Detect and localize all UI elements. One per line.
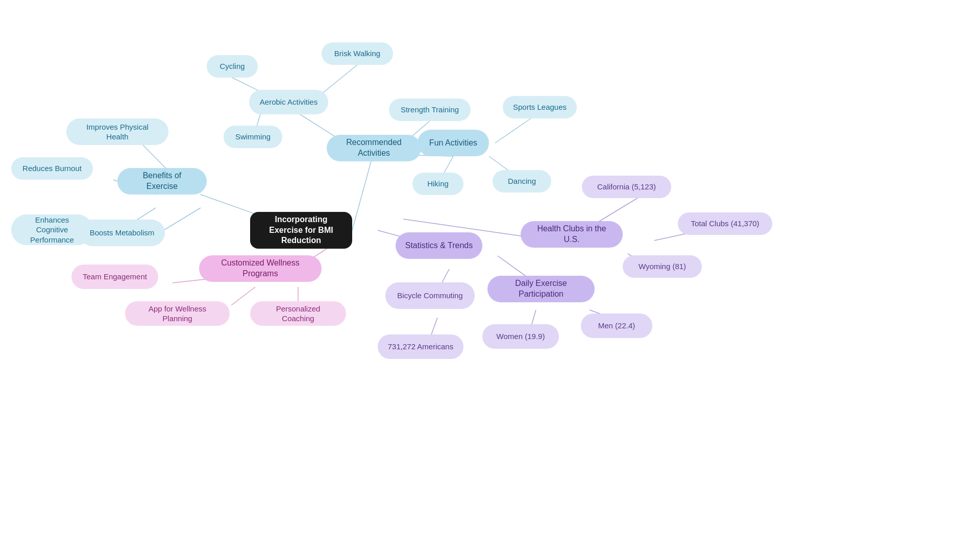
svg-line-11 [495,118,531,143]
label-fun-activities: Fun Activities [429,138,477,149]
node-health-clubs: Health Clubs in the U.S. [521,221,623,248]
node-women: Women (19.9) [482,324,559,349]
node-dancing: Dancing [493,170,551,193]
label-recommended-activities: Recommended Activities [336,137,412,159]
label-improves-physical: Improves Physical Health [76,122,159,142]
node-fun-activities: Fun Activities [418,130,489,156]
label-dancing: Dancing [508,176,536,186]
label-wyoming: Wyoming (81) [639,261,686,272]
node-wyoming: Wyoming (81) [623,255,702,278]
label-men: Men (22.4) [598,321,635,331]
label-app-wellness: App for Wellness Planning [134,304,220,324]
label-americans: 731,272 Americans [388,342,453,352]
node-statistics-trends: Statistics & Trends [396,232,482,259]
node-men: Men (22.4) [581,314,652,338]
node-brisk-walking: Brisk Walking [322,42,393,65]
node-boosts-metabolism: Boosts Metabolism [79,220,165,246]
label-women: Women (19.9) [497,331,545,342]
node-california: California (5,123) [582,176,671,198]
label-swimming: Swimming [235,132,271,142]
svg-line-0 [352,161,371,230]
label-brisk-walking: Brisk Walking [334,49,380,59]
label-california: California (5,123) [597,182,656,192]
label-total-clubs: Total Clubs (41,370) [691,219,759,229]
label-statistics-trends: Statistics & Trends [405,241,473,251]
node-swimming: Swimming [224,126,282,148]
node-sports-leagues: Sports Leagues [503,96,577,118]
mind-map: Incorporating Exercise for BMI Reduction… [0,0,980,553]
node-recommended-activities: Recommended Activities [327,135,421,161]
node-app-wellness: App for Wellness Planning [125,301,230,326]
label-benefits-of-exercise: Benefits of Exercise [127,171,198,192]
label-strength-training: Strength Training [401,105,459,115]
node-daily-exercise: Daily Exercise Participation [487,276,595,302]
node-customized-wellness: Customized Wellness Programs [199,255,322,282]
node-strength-training: Strength Training [389,99,471,121]
svg-line-17 [164,208,201,230]
node-total-clubs: Total Clubs (41,370) [678,212,772,235]
label-bicycle-commuting: Bicycle Commuting [397,291,462,301]
label-customized-wellness: Customized Wellness Programs [208,258,312,279]
label-boosts-metabolism: Boosts Metabolism [90,228,155,238]
node-aerobic-activities: Aerobic Activities [249,90,328,114]
label-hiking: Hiking [427,179,449,189]
label-personalized-coaching: Personalized Coaching [259,304,337,324]
node-americans: 731,272 Americans [378,334,463,359]
label-health-clubs: Health Clubs in the U.S. [530,224,614,245]
node-benefits-of-exercise: Benefits of Exercise [117,168,207,195]
label-reduces-burnout: Reduces Burnout [22,163,82,174]
node-team-engagement: Team Engagement [71,265,158,289]
label-aerobic-activities: Aerobic Activities [260,97,317,107]
center-label: Incorporating Exercise for BMI Reduction [259,214,343,246]
label-team-engagement: Team Engagement [83,272,147,282]
svg-line-19 [231,287,255,305]
node-improves-physical: Improves Physical Health [66,118,168,145]
node-hiking: Hiking [412,173,463,195]
node-personalized-coaching: Personalized Coaching [250,301,346,326]
node-bicycle-commuting: Bicycle Commuting [385,282,475,309]
label-sports-leagues: Sports Leagues [513,102,567,112]
node-reduces-burnout: Reduces Burnout [11,157,93,180]
label-cycling: Cycling [219,61,244,71]
label-enhances-cognitive: Enhances Cognitive Performance [20,215,84,245]
node-cycling: Cycling [207,55,258,78]
label-daily-exercise: Daily Exercise Participation [497,278,585,300]
center-node: Incorporating Exercise for BMI Reduction [250,212,352,249]
